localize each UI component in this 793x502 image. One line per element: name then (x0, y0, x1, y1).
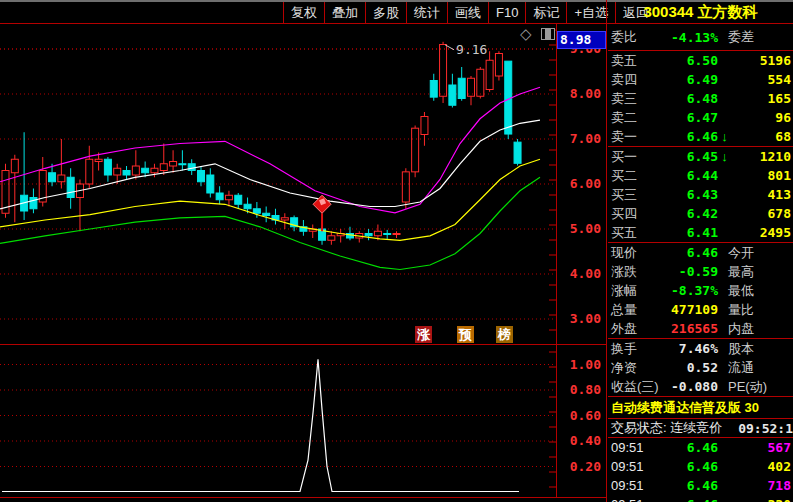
ask-label: 卖五 (608, 52, 652, 70)
candle-up (151, 168, 158, 173)
candle-up (412, 128, 419, 172)
bid-volume[interactable]: 1210 (731, 149, 793, 164)
bid-volume[interactable]: 413 (731, 187, 793, 202)
bid-volume[interactable]: 801 (731, 168, 793, 183)
price-axis-strip: 8.98 9.008.007.006.005.004.003.001.000.8… (557, 24, 606, 497)
tick-row: 09:516.46567 (608, 438, 793, 457)
ask-price[interactable]: 6.50 (652, 53, 718, 68)
bid-price[interactable]: 6.43 (652, 187, 718, 202)
candle-up (170, 162, 177, 167)
ma-green (0, 177, 540, 269)
ask-volume[interactable]: 5196 (731, 53, 793, 68)
quote-panel: 委比 -4.13% 委差 卖五6.505196卖四6.49554卖三6.4816… (608, 24, 793, 502)
tick-time: 09:51 (608, 459, 652, 474)
info-label2: 流通 (718, 359, 793, 377)
weibi-row: 委比 -4.13% 委差 (608, 24, 793, 50)
ask-price[interactable]: 6.48 (652, 91, 718, 106)
bid-row-1[interactable]: 买一6.45↓1210 (608, 147, 793, 166)
info-label: 外盘 (608, 320, 652, 338)
trade-status-time: 09:52:1 (738, 421, 793, 436)
info-value: 0.52 (652, 360, 718, 375)
candle-down (188, 164, 195, 171)
candlestick-chart[interactable]: 9.16 (0, 0, 557, 502)
info-row: 涨跌-0.59最高 (608, 262, 793, 281)
axis-label-sub: 1.00 (559, 358, 601, 372)
info-value: -0.59 (652, 264, 718, 279)
candle-down (216, 193, 223, 200)
info-row: 收益(三)-0.080PE(动) (608, 377, 793, 396)
quote-info-rows: 现价6.46今开涨跌-0.59最高涨幅-8.37%最低总量477109量比外盘2… (608, 243, 793, 338)
tick-volume: 330 (718, 497, 793, 502)
info-label: 收益(三) (608, 378, 652, 396)
candle-down (142, 168, 149, 173)
trading-app-window: 复权叠加多股统计画线F10标记+自选返回 300344 立方数科 9.16 ◇ … (0, 0, 793, 502)
rank-badge-yu[interactable]: 预 (457, 326, 474, 343)
ask-label: 卖一 (608, 128, 652, 146)
ask-label: 卖二 (608, 109, 652, 127)
rank-badge-bang[interactable]: 榜 (496, 326, 513, 343)
info-row: 换手7.46%股本 (608, 339, 793, 358)
ask-volume[interactable]: 68 (731, 129, 793, 144)
bid-row-4[interactable]: 买四6.42678 (608, 204, 793, 223)
ask-volume[interactable]: 96 (731, 110, 793, 125)
info-row: 总量477109量比 (608, 300, 793, 319)
ask-row-2[interactable]: 卖四6.49554 (608, 70, 793, 89)
stock-name: 立方数科 (698, 3, 758, 20)
ask-row-3[interactable]: 卖三6.48165 (608, 89, 793, 108)
info-label: 涨幅 (608, 282, 652, 300)
bid-volume[interactable]: 2495 (731, 225, 793, 240)
ask-price[interactable]: 6.47 (652, 110, 718, 125)
info-label2: 最高 (718, 263, 793, 281)
ask-price[interactable]: 6.49 (652, 72, 718, 87)
ask-row-1[interactable]: 卖五6.505196 (608, 51, 793, 70)
indicator-line (2, 359, 519, 491)
ask-row-4[interactable]: 卖二6.4796 (608, 108, 793, 127)
diamond-icon[interactable]: ◇ (520, 25, 532, 43)
candle-up (495, 54, 502, 77)
candle-up (11, 159, 18, 173)
chart-bottom-line (0, 497, 607, 498)
order-book-bids: 买一6.45↓1210买二6.44801买三6.43413买四6.42678买五… (608, 147, 793, 242)
candle-down (244, 204, 251, 209)
info-label2: 股本 (718, 340, 793, 358)
info-label2: 最低 (718, 282, 793, 300)
ask-volume[interactable]: 554 (731, 72, 793, 87)
tick-row: 09:516.46402 (608, 457, 793, 476)
candle-down (384, 234, 391, 235)
trade-status-label: 交易状态: 连续竞价 (611, 419, 722, 437)
bid-row-5[interactable]: 买五6.412495 (608, 223, 793, 242)
axis-label-sub: 0.60 (559, 409, 601, 423)
bid-price[interactable]: 6.44 (652, 168, 718, 183)
bid-row-2[interactable]: 买二6.44801 (608, 166, 793, 185)
tick-volume: 567 (718, 440, 793, 455)
candle-down (104, 159, 111, 175)
ma-yellow (0, 159, 540, 240)
tick-time: 09:51 (608, 497, 652, 502)
bid-price[interactable]: 6.41 (652, 225, 718, 240)
info-label: 涨跌 (608, 263, 652, 281)
ask-price[interactable]: 6.46 (652, 129, 718, 144)
candle-down (365, 234, 372, 236)
axis-label-main: 8.00 (559, 87, 601, 101)
ad-banner[interactable]: 自动续费通达信普及版 30 (608, 397, 793, 418)
info-label2: PE(动) (718, 378, 793, 396)
bid-price[interactable]: 6.42 (652, 206, 718, 221)
info-label: 现价 (608, 244, 652, 262)
info-value: -8.37% (652, 283, 718, 298)
weicha-label: 委差 (718, 28, 793, 46)
rank-badge-zhang[interactable]: 涨 (415, 326, 432, 343)
bid-price[interactable]: 6.45 (652, 149, 718, 164)
candle-up (393, 234, 400, 235)
candle-down (430, 81, 437, 98)
ask-volume[interactable]: 165 (731, 91, 793, 106)
candle-down (253, 209, 260, 214)
candle-down (263, 213, 270, 215)
info-row: 净资0.52流通 (608, 358, 793, 377)
candle-down (179, 164, 186, 165)
bid-row-3[interactable]: 买三6.43413 (608, 185, 793, 204)
candle-down (514, 142, 521, 163)
split-view-icon[interactable] (541, 28, 555, 40)
ask-row-5[interactable]: 卖一6.46↓68 (608, 127, 793, 146)
bid-volume[interactable]: 678 (731, 206, 793, 221)
candle-down (458, 78, 465, 98)
